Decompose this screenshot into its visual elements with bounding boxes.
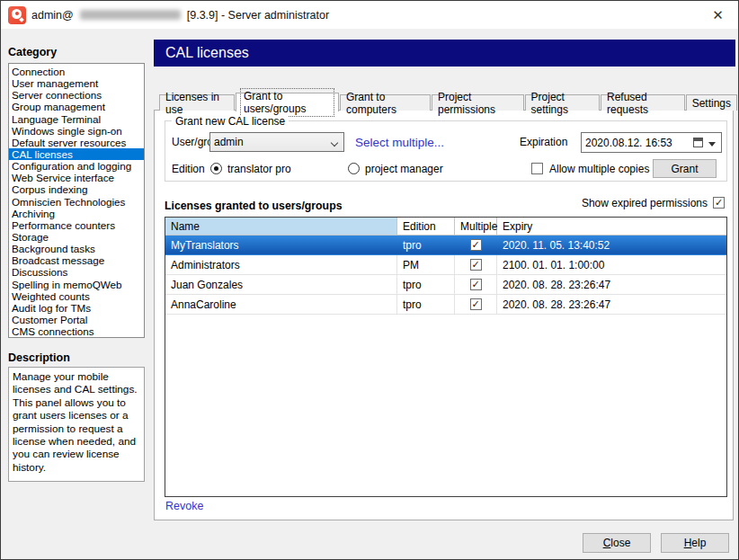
license-table: NameEditionMultipleExpiry MyTranslatorst… [165,217,727,497]
sidebar-item-audit-log-for-tms[interactable]: Audit log for TMs [9,302,144,314]
cell-edition: tpro [397,295,455,314]
cell-multiple [455,275,497,294]
sidebar-item-connection[interactable]: Connection [9,66,144,77]
column-header-name[interactable]: Name [165,218,397,235]
calendar-icon [693,138,703,147]
sidebar-item-corpus-indexing[interactable]: Corpus indexing [9,183,144,195]
dropdown-arrow-icon [708,142,716,147]
tab-grant-to-users-groups[interactable]: Grant to users/groups [236,93,339,111]
sidebar-item-configuration-and-logging[interactable]: Configuration and logging [9,160,144,172]
sidebar-item-archiving[interactable]: Archiving [9,208,144,219]
tab-refused-requests[interactable]: Refused requests [601,94,685,111]
category-list: ConnectionUser managementServer connecti… [8,63,145,338]
tab-settings[interactable]: Settings [686,94,737,111]
chevron-down-icon [331,139,338,147]
show-expired-checkbox[interactable] [713,197,725,209]
sidebar-item-group-management[interactable]: Group management [9,101,144,112]
sidebar-item-customer-portal[interactable]: Customer Portal [9,314,144,325]
window-title-prefix: admin@ [31,9,74,22]
table-row[interactable]: MyTranslatorstpro2020. 11. 05. 13:40:52 [165,236,726,255]
close-icon[interactable]: ✕ [698,1,738,29]
tab-grant-to-computers[interactable]: Grant to computers [340,94,431,111]
allow-multiple-copies-label: Allow multiple copies [549,159,649,179]
category-label: Category [8,46,57,58]
expiration-value: 2020.08.12. 16:53 [585,137,672,149]
description-text: Manage your mobile licenses and CAL sett… [8,367,145,482]
cell-edition: PM [397,255,455,274]
multiple-checkbox[interactable] [470,239,482,251]
cell-name: Juan Gonzales [165,275,397,294]
window-title-suffix: [9.3.9] - Server administrator [187,9,329,22]
show-expired-label: Show expired permissions [558,197,708,209]
cell-expiry: 2020. 08. 28. 23:26:47 [497,275,726,294]
expiration-datepicker[interactable]: 2020.08.12. 16:53 [581,132,722,153]
multiple-checkbox[interactable] [470,259,482,271]
title-bar: admin@ [9.3.9] - Server administrator ✕ [1,1,738,29]
sidebar-item-discussions[interactable]: Discussions [9,266,144,278]
memoq-logo-icon [8,6,26,24]
table-row[interactable]: AdministratorsPM2100. 01. 01. 1:00:00 [165,255,726,275]
license-table-body: MyTranslatorstpro2020. 11. 05. 13:40:52A… [165,236,726,315]
radio-translator-pro-label: translator pro [227,159,291,179]
column-header-multiple[interactable]: Multiple [455,218,497,235]
column-header-expiry[interactable]: Expiry [497,218,726,235]
cell-edition: tpro [397,236,455,254]
sidebar-item-weighted-counts[interactable]: Weighted counts [9,290,144,302]
table-row[interactable]: AnnaCarolinetpro2020. 08. 28. 23:26:47 [165,295,726,315]
allow-multiple-copies-checkbox[interactable] [531,163,543,174]
sidebar-item-default-server-resources[interactable]: Default server resources [9,137,144,148]
cell-multiple [455,236,497,254]
table-row[interactable]: Juan Gonzalestpro2020. 08. 28. 23:26:47 [165,275,726,295]
help-button[interactable]: Help [661,533,729,553]
sidebar-item-performance-counters[interactable]: Performance counters [9,219,144,231]
sidebar-item-language-terminal[interactable]: Language Terminal [9,113,144,125]
sidebar-item-spelling-in-memoqweb[interactable]: Spelling in memoQWeb [9,279,144,290]
edition-label: Edition [172,159,205,179]
cell-multiple [455,295,497,314]
revoke-link[interactable]: Revoke [165,500,203,512]
cell-multiple [455,255,497,274]
cell-expiry: 2020. 08. 28. 23:26:47 [497,295,726,314]
sidebar-item-background-tasks[interactable]: Background tasks [9,243,144,254]
window-title: admin@ [9.3.9] - Server administrator [31,9,329,22]
sidebar-item-user-management[interactable]: User management [9,77,144,89]
close-button[interactable]: Close [583,533,651,553]
page-title: CAL licenses [154,40,735,67]
sidebar-item-omniscien-technologies[interactable]: Omniscien Technologies [9,196,144,208]
column-header-edition[interactable]: Edition [397,218,455,235]
select-multiple-link[interactable]: Select multiple... [355,136,444,149]
tab-strip: Licenses in useGrant to users/groupsGran… [159,92,738,111]
radio-translator-pro[interactable] [210,163,222,174]
multiple-checkbox[interactable] [470,298,482,310]
description-label: Description [8,351,70,364]
sidebar-item-storage[interactable]: Storage [9,231,144,243]
sidebar-item-cal-licenses[interactable]: CAL licenses [9,148,144,160]
sidebar-item-web-service-interface[interactable]: Web Service interface [9,172,144,183]
license-table-header: NameEditionMultipleExpiry [165,218,726,236]
cell-name: Administrators [165,255,397,274]
cell-expiry: 2020. 11. 05. 13:40:52 [497,236,726,254]
multiple-checkbox[interactable] [470,279,482,290]
radio-project-manager-label: project manager [365,159,443,179]
user-group-value: admin [214,136,244,148]
radio-project-manager[interactable] [348,163,360,174]
grant-button[interactable]: Grant [653,159,717,178]
tab-project-settings[interactable]: Project settings [525,94,600,111]
user-group-dropdown[interactable]: admin [209,132,344,152]
cell-name: AnnaCaroline [165,295,397,314]
redacted-server-name [80,10,181,20]
tab-licenses-in-use[interactable]: Licenses in use [159,94,235,111]
grant-groupbox-legend: Grant new CAL license [172,115,289,128]
sidebar-item-windows-single-sign-on[interactable]: Windows single sign-on [9,125,144,137]
sidebar-item-broadcast-message[interactable]: Broadcast message [9,254,144,266]
expiration-label: Expiration [520,132,567,152]
sidebar-item-server-connections[interactable]: Server connections [9,89,144,101]
cell-name: MyTranslators [165,236,397,254]
sidebar-item-cms-connections[interactable]: CMS connections [9,325,144,337]
tab-project-permissions[interactable]: Project permissions [432,94,524,111]
cell-expiry: 2100. 01. 01. 1:00:00 [497,255,726,274]
granted-section-title: Licenses granted to users/groups [165,200,342,212]
cell-edition: tpro [397,275,455,294]
server-administrator-window: admin@ [9.3.9] - Server administrator ✕ … [0,0,739,560]
